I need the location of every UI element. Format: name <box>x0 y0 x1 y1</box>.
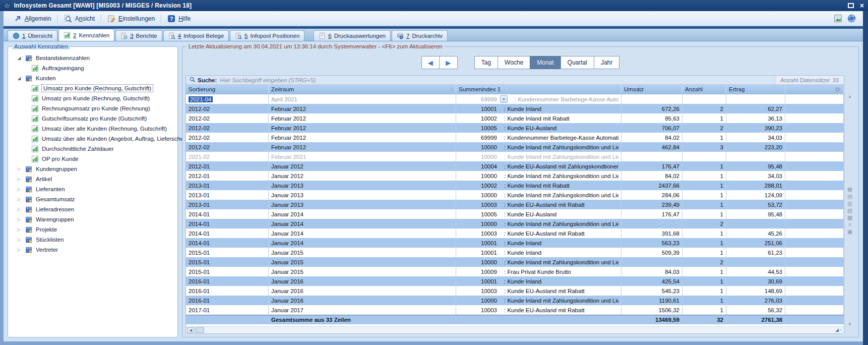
period-button-jahr[interactable]: Jahr <box>594 56 619 69</box>
tree-leaf-umsatz-über-alle-kunden-rechnung-gutschrift-[interactable]: Umsatz über alle Kunden (Rechnung, Gutsc… <box>8 124 177 134</box>
table-row[interactable]: 2012-02Februar 201210000: Kunde Inland m… <box>186 142 844 152</box>
previous-period-button[interactable]: ◀ <box>421 56 440 69</box>
expander-collapsed-icon[interactable]: ▷ <box>16 187 22 192</box>
expander-collapsed-icon[interactable]: ▷ <box>16 217 22 222</box>
gear-icon[interactable] <box>834 86 841 93</box>
scroll-left-icon[interactable]: ◀ <box>187 327 195 333</box>
grid-cols-icon[interactable]: ▥ <box>847 201 852 206</box>
tree-node-stücklisten[interactable]: ▷Stücklisten <box>8 235 177 245</box>
column-header-summenindex-1[interactable]: Summenindex 1 <box>456 85 622 94</box>
table-row[interactable]: 2021-02Februar 202110000: Kunde Inland m… <box>186 152 844 161</box>
scroll-top-icon[interactable]: ▲ <box>848 94 852 99</box>
tree-leaf-gutschriftsumsatz-pro-kunde-gutschrift-[interactable]: Gutschriftsumsatz pro Kunde (Gutschrift) <box>8 113 177 124</box>
table-row[interactable]: 2014-01Januar 201410000: Kunde Inland mi… <box>186 219 844 228</box>
tab-5-infopool-positionen[interactable]: 5Infopool Positionen <box>230 30 304 41</box>
period-button-monat[interactable]: Monat <box>530 56 561 69</box>
period-button-woche[interactable]: Woche <box>498 56 530 69</box>
menu-item-einstellungen[interactable]: Einstellungen <box>102 11 160 26</box>
tree-node-projekte[interactable]: ▷Projekte <box>8 224 177 235</box>
column-header-zeitraum[interactable]: Zeitraum↑ <box>269 85 456 94</box>
next-period-button[interactable]: ▶ <box>440 56 458 69</box>
menu-item-hilfe[interactable]: ?Hilfe <box>162 11 196 26</box>
tree-leaf-umsatz-pro-kunde-rechnung-gutschrift-[interactable]: Umsatz pro Kunde (Rechnung, Gutschrift) <box>8 83 177 93</box>
tab-6-druckauswertungen[interactable]: 6Druckauswertungen <box>314 30 391 41</box>
table-row[interactable]: 2016-01Januar 201610001: Kunde Inland425… <box>186 276 844 286</box>
tree-node-bestandskennzahlen[interactable]: ◢Bestandskennzahlen <box>8 53 177 63</box>
table-row[interactable]: 2015-01Januar 201510009: Frau Privat Kun… <box>186 267 844 276</box>
table-row[interactable]: 2013-01Januar 201310000: Kunde Inland mi… <box>186 190 844 200</box>
expander-expanded-icon[interactable]: ◢ <box>16 76 22 81</box>
tree-node-lieferanten[interactable]: ▷Lieferanten <box>8 184 177 194</box>
period-button-quartal[interactable]: Quartal <box>561 56 594 69</box>
column-header-empty[interactable] <box>785 85 844 94</box>
image-tool-icon[interactable] <box>834 14 842 23</box>
tree-node-artikel[interactable]: ▷Artikel <box>8 174 177 184</box>
tree-node-kunden[interactable]: ◢Kunden <box>8 73 177 83</box>
close-icon[interactable]: × <box>860 2 864 9</box>
restore-icon[interactable] <box>848 3 854 8</box>
favorite-star-icon[interactable]: ☆ <box>4 2 10 10</box>
tab-3-berichte[interactable]: 3Berichte <box>115 30 162 41</box>
table-row[interactable]: 2013-01Januar 201310003: Kunde EU-Auslan… <box>186 200 844 209</box>
grid-rows-icon[interactable]: ▤ <box>847 194 852 199</box>
tree-node-gesamtumsatz[interactable]: ▷Gesamtumsatz <box>8 194 177 204</box>
combo-dropdown-icon[interactable]: ▼ <box>500 95 508 103</box>
grid-search-bar[interactable]: Suche: Hier Suchbegriff eingeben (STRG+S… <box>186 76 844 85</box>
tree-leaf-durchschnittliche-zahldauer[interactable]: Durchschnittliche Zahldauer <box>8 144 177 154</box>
tree-node-warengruppen[interactable]: ▷Warengruppen <box>8 214 177 224</box>
column-header-ertrag[interactable]: Ertrag <box>726 85 785 94</box>
search-input[interactable]: Hier Suchbegriff eingeben (STRG+S) <box>220 77 316 83</box>
tab-1-übersicht[interactable]: 1Übersicht <box>8 30 57 41</box>
table-row[interactable]: 2012-02Februar 201210005: Kunde EU-Ausla… <box>186 123 844 133</box>
horizontal-scrollbar[interactable]: ◀ ◢ ▫ <box>186 326 844 333</box>
table-row[interactable]: 2012-01Januar 201210004: Kunde EU-Auslan… <box>186 161 844 171</box>
grid-mixed-icon[interactable]: ▧ <box>847 208 852 213</box>
table-row[interactable]: 2012-02Februar 201269999: Kundennummer B… <box>186 133 844 142</box>
index-number[interactable]: 69999 <box>459 96 497 102</box>
tree-leaf-op-pro-kunde[interactable]: OP pro Kunde <box>8 154 177 164</box>
scrollbar-thumb[interactable] <box>196 327 204 333</box>
grid-select-icon[interactable]: ▣ <box>847 229 852 235</box>
corner-grid-icon[interactable]: ▫ <box>840 328 842 332</box>
table-row[interactable]: 2014-01Januar 201410005: Kunde EU-Auslan… <box>186 209 844 219</box>
table-row[interactable]: 2016-01Januar 201610003: Kunde EU-Auslan… <box>186 286 844 296</box>
tree-node-kundengruppen[interactable]: ▷Kundengruppen <box>8 164 177 174</box>
table-row[interactable]: 2016-01Januar 201610000: Kunde Inland mi… <box>186 296 844 305</box>
table-row[interactable]: 2012-01Januar 201210000: Kunde Inland mi… <box>186 171 844 181</box>
expander-collapsed-icon[interactable]: ▷ <box>16 207 22 212</box>
menu-item-allgemein[interactable]: Allgemein <box>9 11 56 26</box>
table-row[interactable]: 2014-01Januar 201410003: Kunde EU-Auslan… <box>186 228 844 238</box>
expander-collapsed-icon[interactable]: ▷ <box>16 247 22 252</box>
tree-leaf-umsatz-über-alle-kunden-angebot-auftrag-lieferschein-[interactable]: Umsatz über alle Kunden (Angebot, Auftra… <box>8 134 177 144</box>
table-row[interactable]: 2012-02Februar 201210001: Kunde Inland67… <box>186 104 844 113</box>
tree-leaf-auftragseingang[interactable]: Auftragseingang <box>8 63 177 73</box>
tab-7-druckarchiv[interactable]: 7Druckarchiv <box>392 30 448 41</box>
expander-collapsed-icon[interactable]: ▷ <box>16 177 22 182</box>
grid-all-icon[interactable]: ▩ <box>847 215 852 220</box>
expander-collapsed-icon[interactable]: ▷ <box>16 227 22 232</box>
column-header-anzahl[interactable]: Anzahl <box>683 85 726 94</box>
tree-node-lieferadressen[interactable]: ▷Lieferadressen <box>8 204 177 214</box>
corner-arrow-icon[interactable]: ◢ <box>835 328 839 332</box>
table-row[interactable]: 2012-02Februar 201210002: Kunde Inland m… <box>186 113 844 123</box>
table-row[interactable]: 2015-01Januar 201510001: Kunde Inland509… <box>186 248 844 257</box>
tab-2-kennzahlen[interactable]: 2Kennzahlen <box>58 29 114 41</box>
column-header-umsatz[interactable]: Umsatz <box>622 85 683 94</box>
list-icon[interactable]: ≡ <box>848 222 851 227</box>
refresh-globe-icon[interactable] <box>847 14 856 23</box>
tab-4-infopool-belege[interactable]: 4Infopool Belege <box>163 30 229 41</box>
tree-node-vertreter[interactable]: ▷Vertreter <box>8 245 177 255</box>
table-row[interactable]: 2013-01Januar 201310002: Kunde Inland mi… <box>186 181 844 190</box>
tree-leaf-umsatz-pro-kunde-rechnung-gutschrift-[interactable]: Umsatz pro Kunde (Rechnung, Gutschrift) <box>8 93 177 103</box>
period-button-tag[interactable]: Tag <box>474 56 498 69</box>
table-row[interactable]: 2015-01Januar 201510000: Kunde Inland mi… <box>186 257 844 267</box>
table-row[interactable]: 2014-01Januar 201410001: Kunde Inland563… <box>186 238 844 248</box>
expander-collapsed-icon[interactable]: ▷ <box>16 197 22 202</box>
column-header-sortierung[interactable]: Sortierung <box>186 85 269 94</box>
grid-edit-row[interactable]: 2021-04April 202169999▼: Kundennummer Ba… <box>186 94 844 104</box>
expander-collapsed-icon[interactable]: ▷ <box>16 237 22 242</box>
menu-item-ansicht[interactable]: Ansicht <box>59 11 100 26</box>
tree-leaf-rechnungsumsatz-pro-kunde-rechnung-[interactable]: Rechnungsumsatz pro Kunde (Rechnung) <box>8 103 177 113</box>
scroll-bottom-icon[interactable]: ▼ <box>848 322 852 327</box>
expander-collapsed-icon[interactable]: ▷ <box>16 166 22 171</box>
